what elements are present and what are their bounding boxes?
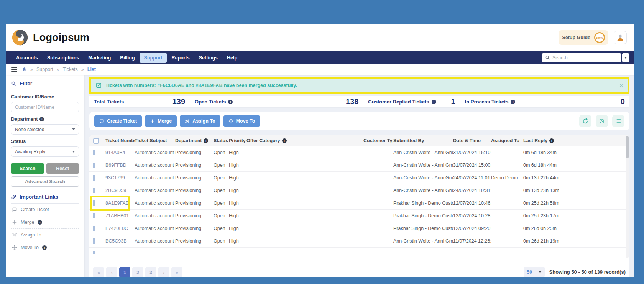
info-icon[interactable]	[549, 138, 554, 143]
cell-subject: Automatic account c...	[135, 188, 175, 193]
list-button[interactable]	[612, 115, 624, 127]
merge-button[interactable]: Merge	[145, 115, 177, 127]
search-scope-dropdown[interactable]	[622, 53, 629, 62]
cell-status: Open	[214, 175, 229, 181]
cell-date-time: 12/07/2024 10:46:51	[453, 200, 491, 206]
refresh-button[interactable]	[579, 115, 591, 127]
cell-ticket-number[interactable]: 71ABEB01	[105, 213, 135, 218]
info-icon[interactable]	[228, 100, 233, 104]
advanced-search-button[interactable]: Advanced Search	[11, 176, 79, 187]
customer-id-input[interactable]	[15, 105, 75, 110]
assign-to-button[interactable]: Assign To	[180, 115, 220, 127]
nav-item-help[interactable]: Help	[222, 53, 242, 63]
row-checkbox[interactable]	[93, 226, 95, 231]
shuffle-icon	[12, 232, 17, 238]
column-header-priority: Priority	[229, 138, 246, 143]
cell-ticket-number[interactable]: 93C1799	[105, 175, 135, 181]
info-icon[interactable]	[511, 100, 515, 104]
info-icon[interactable]	[282, 138, 287, 143]
pagination-page-3[interactable]: 3	[145, 267, 156, 277]
nav-item-billing[interactable]: Billing	[115, 53, 139, 63]
cell-last-reply: 0m 25d 23h 17m	[523, 213, 629, 218]
cell-ticket-number[interactable]: F7420F0C	[105, 226, 135, 231]
info-icon[interactable]	[38, 220, 42, 225]
row-checkbox[interactable]	[93, 200, 95, 206]
pagination-page-2[interactable]: 2	[132, 267, 143, 277]
row-checkbox[interactable]	[93, 238, 95, 244]
table-row-71abeb01: 71ABEB01Automatic account c...Provisioni…	[89, 210, 629, 222]
pagination-page-1[interactable]: 1	[119, 267, 130, 277]
department-select[interactable]: None selected	[11, 124, 79, 135]
row-checkbox[interactable]	[93, 150, 95, 155]
sidebar-toggle-button[interactable]	[11, 66, 18, 72]
stat-value: 1	[451, 97, 455, 106]
nav-item-support[interactable]: Support	[140, 53, 167, 63]
info-icon[interactable]	[204, 138, 208, 143]
stat-customer-replied-tickets: Customer Replied Tickets 1	[363, 96, 460, 107]
cell-status: Open	[214, 200, 229, 206]
move-to-button[interactable]: Move To	[223, 115, 260, 127]
setup-progress-value: 100%	[596, 36, 603, 39]
table-row-bc5c93b: BC5C93BAutomatic account c...Provisionin…	[89, 235, 629, 248]
cell-department: Provisioning	[175, 238, 214, 244]
sidebar-link-assign-to[interactable]: Assign To	[11, 229, 79, 241]
home-icon[interactable]	[21, 67, 27, 72]
select-all-checkbox[interactable]	[93, 138, 99, 144]
history-button[interactable]	[596, 115, 608, 127]
info-icon[interactable]	[39, 117, 44, 121]
info-icon[interactable]	[42, 245, 47, 250]
cell-ticket-number[interactable]: BC5C93B	[105, 238, 135, 244]
cell-date-time: 31/07/2024 15:10:52	[453, 150, 491, 155]
breadcrumb-separator: »	[30, 67, 33, 72]
breadcrumb-tickets[interactable]: Tickets	[63, 67, 78, 72]
page-size-select[interactable]: 50	[524, 267, 545, 277]
cell-ticket-number[interactable]: 8A1E9FAB	[105, 200, 135, 206]
filter-sidebar: Filter Customer ID/Name Department None …	[6, 75, 84, 277]
close-icon[interactable]: ×	[619, 82, 623, 89]
sidebar-link-move-to[interactable]: Move To	[11, 241, 79, 254]
nav-item-marketing[interactable]: Marketing	[84, 53, 115, 63]
cell-subject: Automatic account c...	[135, 150, 175, 155]
search-input[interactable]	[552, 55, 618, 61]
pagination-first[interactable]: «	[93, 267, 104, 277]
create-ticket-button[interactable]: Create Ticket	[94, 115, 142, 127]
info-icon[interactable]	[432, 100, 436, 104]
cell-ticket-number[interactable]: 914A0B4	[105, 150, 135, 155]
cell-submitted-by: Ann-Cristin Woite - Anni GmbH	[393, 163, 453, 168]
logo: Logoipsum	[12, 29, 89, 46]
sidebar-link-create-ticket[interactable]: Create Ticket	[11, 204, 79, 216]
nav-item-reports[interactable]: Reports	[167, 53, 194, 63]
search-button[interactable]: Search	[11, 163, 44, 174]
chevron-down-icon	[72, 128, 75, 130]
pagination-prev[interactable]: ‹	[106, 267, 117, 277]
user-avatar-button[interactable]	[614, 31, 627, 44]
sidebar-link-merge[interactable]: Merge	[11, 216, 79, 229]
cell-ticket-number[interactable]: B69FFBD	[105, 163, 135, 168]
row-checkbox[interactable]	[93, 188, 95, 193]
row-checkbox[interactable]	[93, 213, 95, 218]
cell-status: Open	[214, 238, 229, 244]
cell-subject: Automatic account c...	[135, 200, 175, 206]
setup-guide-button[interactable]: Setup Guide 100%	[559, 30, 608, 45]
desktop-background: Logoipsum Setup Guide 100% AccountsSubsc…	[0, 0, 644, 284]
status-select[interactable]: Awaiting Reply	[11, 146, 79, 157]
pagination-next[interactable]: ›	[158, 267, 169, 277]
breadcrumb-support[interactable]: Support	[36, 67, 53, 72]
reset-button[interactable]: Reset	[46, 163, 79, 174]
cell-submitted-by: Ann-Cristin Woite - Anni GmbH	[393, 150, 453, 155]
nav-item-accounts[interactable]: Accounts	[12, 53, 43, 63]
cell-date-time: 24/07/2024 10:31:54	[453, 188, 491, 193]
global-search[interactable]	[542, 53, 621, 62]
column-header-assigned-to: Assigned To	[491, 138, 523, 143]
row-checkbox[interactable]	[93, 251, 95, 254]
cell-ticket-number[interactable]: 2BC9D59	[105, 188, 135, 193]
important-links-list: Create TicketMergeAssign ToMove To	[11, 204, 79, 254]
row-checkbox[interactable]	[93, 175, 95, 181]
row-checkbox[interactable]	[93, 163, 95, 168]
pagination-last[interactable]: »	[171, 267, 182, 277]
table-scrollbar[interactable]	[626, 136, 629, 258]
nav-item-subscriptions[interactable]: Subscriptions	[43, 53, 84, 63]
scrollbar-thumb[interactable]	[626, 136, 629, 158]
cell-submitted-by: Prakhar Singh - Demo Customer ...	[393, 200, 453, 206]
nav-item-settings[interactable]: Settings	[194, 53, 222, 63]
